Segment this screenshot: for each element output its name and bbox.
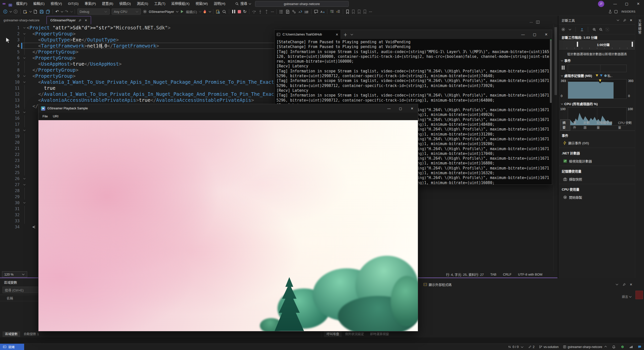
fold-chevron-icon[interactable] bbox=[22, 31, 27, 37]
feature-search-input[interactable]: gstreamer-sharp-netcore bbox=[255, 1, 349, 7]
toggle-comment-button[interactable] bbox=[313, 8, 319, 15]
timeline-marker[interactable] bbox=[577, 42, 578, 47]
continue-label[interactable]: 繼續(C) bbox=[186, 9, 197, 14]
toolbar-overflow-button[interactable]: ⋯ bbox=[368, 8, 373, 15]
terminal-minimize-button[interactable]: — bbox=[517, 31, 529, 38]
format-document-button[interactable] bbox=[329, 8, 335, 15]
menu-item-d[interactable]: 偵錯(D) bbox=[116, 0, 134, 8]
navigate-back-button[interactable] bbox=[2, 8, 8, 15]
rename-button[interactable]: A bbox=[319, 8, 325, 15]
step-out-button[interactable] bbox=[264, 8, 269, 15]
menu-item-h[interactable]: 說明(H) bbox=[211, 0, 228, 8]
encoding-label[interactable]: UTF-8 with BOM bbox=[518, 273, 542, 276]
stop-debugging-button[interactable] bbox=[237, 8, 242, 15]
fold-chevron-icon[interactable] bbox=[22, 25, 27, 31]
new-file-button[interactable] bbox=[32, 8, 38, 15]
player-close-button[interactable]: ✕ bbox=[406, 104, 418, 113]
startup-project-gear-icon[interactable] bbox=[142, 8, 148, 15]
diag-tab-摘要[interactable]: 摘要 bbox=[560, 119, 570, 130]
player-maximize-button[interactable]: ▢ bbox=[395, 104, 406, 113]
bottom-tab-例外狀況設定[interactable]: 例外狀況設定 bbox=[343, 331, 367, 337]
dropdown-chevron-icon[interactable] bbox=[61, 10, 63, 13]
debug-overflow-button[interactable]: ⋯ bbox=[270, 8, 275, 15]
diag-pin-icon[interactable] bbox=[623, 18, 627, 22]
editor-scrollbar[interactable] bbox=[553, 24, 557, 271]
restart-button[interactable]: ↻ bbox=[242, 8, 247, 15]
search-chevron-icon[interactable] bbox=[249, 2, 251, 5]
terminal-tab[interactable]: C:\Users\James Tsai\GitHub ✕ bbox=[274, 30, 340, 39]
terminal-tab-close-icon[interactable]: ✕ bbox=[336, 33, 338, 36]
fold-chevron-icon[interactable] bbox=[22, 176, 27, 182]
tab-close-icon[interactable]: ✕ bbox=[85, 19, 87, 22]
events-track[interactable] bbox=[568, 65, 627, 72]
fold-chevron-icon[interactable] bbox=[22, 109, 27, 115]
diag-tab-事件[interactable]: 事件 bbox=[571, 119, 581, 130]
memory-section-header[interactable]: 處理序記憶體 (MB) 私.. bbox=[561, 73, 633, 78]
player-title-bar[interactable]: GStreamer Playback Sample — ▢ ✕ bbox=[38, 104, 418, 113]
next-bookmark-button[interactable] bbox=[356, 8, 362, 15]
dropdown-chevron-icon[interactable] bbox=[104, 10, 107, 13]
platform-dropdown[interactable]: Any CPU bbox=[112, 9, 141, 15]
startup-project-label[interactable]: GStreamerPlayer bbox=[149, 10, 174, 14]
step-over-button[interactable] bbox=[251, 8, 257, 15]
diag-tab-計數器[interactable]: 計數器 bbox=[581, 119, 594, 130]
timeline-marker[interactable] bbox=[632, 42, 633, 47]
bottom-tab-自動變數 1[interactable]: 自動變數 1 bbox=[21, 331, 41, 337]
video-frame[interactable] bbox=[38, 120, 418, 331]
player-menu-uri[interactable]: URI bbox=[50, 114, 61, 118]
tab-gstreamerplayer[interactable]: GStreamerPlayer✕ bbox=[47, 16, 91, 24]
terminal-dropdown-icon[interactable] bbox=[351, 33, 353, 35]
diag-tab-CPU 使用量[interactable]: CPU 使用量 bbox=[616, 119, 635, 130]
cpu-section-header[interactable]: CPU (所有處理器的 %) bbox=[561, 101, 598, 106]
panel-pin-icon[interactable] bbox=[622, 282, 626, 286]
git-branch-status[interactable]: vs-solution bbox=[539, 345, 559, 349]
line-ending-label[interactable]: CRLF bbox=[503, 273, 511, 276]
step-into-button[interactable] bbox=[257, 8, 263, 15]
terminal-title-bar[interactable]: C:\Users\James Tsai\GitHub ✕ ＋ — ▢ ✕ bbox=[274, 30, 552, 39]
undo-button[interactable]: ↶ bbox=[55, 8, 60, 15]
diag-settings-gear-icon[interactable] bbox=[561, 27, 565, 31]
fold-chevron-icon[interactable] bbox=[22, 55, 27, 61]
menu-item-p[interactable]: 專案(P) bbox=[82, 0, 99, 8]
diag-zoom-in-icon[interactable] bbox=[592, 27, 596, 31]
prev-bookmark-button[interactable] bbox=[351, 8, 356, 15]
tab-pin-icon[interactable] bbox=[78, 18, 82, 22]
search-menu-label[interactable]: 搜尋 bbox=[239, 0, 248, 8]
language-filter-label[interactable]: 語言 bbox=[622, 294, 628, 299]
take-snapshot-link[interactable]: 擷取快照 bbox=[563, 177, 582, 182]
save-all-button[interactable] bbox=[45, 8, 51, 15]
diag-chevron-icon[interactable] bbox=[617, 19, 619, 21]
show-external-code-button[interactable]: 顯示外部程式碼 bbox=[423, 282, 452, 287]
menu-item-f[interactable]: 檔案(F) bbox=[13, 0, 30, 8]
dropdown-chevron-icon[interactable] bbox=[199, 10, 202, 13]
continue-button[interactable] bbox=[179, 8, 185, 15]
fold-chevron-icon[interactable] bbox=[22, 79, 27, 85]
toggle-bookmark-button[interactable] bbox=[345, 8, 350, 15]
notifications-bell-icon[interactable] bbox=[612, 345, 616, 349]
dropdown-chevron-icon[interactable] bbox=[10, 10, 12, 13]
navigate-symbol-button[interactable]: [@] bbox=[304, 8, 309, 15]
diag-zoom-out-icon[interactable] bbox=[599, 27, 603, 31]
gstreamer-playback-window[interactable]: GStreamer Playback Sample — ▢ ✕ File URI bbox=[38, 104, 418, 331]
solution-explorer-vertical-tab[interactable]: 方案總管 bbox=[637, 19, 642, 34]
terminal-scrollbar[interactable] bbox=[550, 40, 552, 184]
menu-item-v[interactable]: 檢視(V) bbox=[48, 0, 65, 8]
find-in-files-button[interactable] bbox=[215, 8, 221, 15]
window-close-button[interactable]: ✕ bbox=[632, 0, 644, 8]
git-repo-status[interactable]: gstreamer-sharp-netcore bbox=[563, 345, 607, 349]
bottom-tab-呼叫堆疊[interactable]: 呼叫堆疊 bbox=[324, 331, 342, 337]
navigate-forward-button[interactable] bbox=[13, 8, 19, 15]
menu-item-e[interactable]: 編輯(E) bbox=[30, 0, 48, 8]
dropdown-chevron-icon[interactable] bbox=[70, 10, 73, 13]
editor-zoom-select[interactable]: 120 % bbox=[2, 271, 27, 277]
tab-overflow-button[interactable]: ⋯ bbox=[530, 20, 533, 24]
fold-chevron-icon[interactable] bbox=[22, 182, 27, 188]
dropdown-chevron-icon[interactable] bbox=[136, 10, 138, 13]
terminal-maximize-button[interactable]: ▢ bbox=[529, 31, 540, 38]
configuration-dropdown[interactable]: Debug bbox=[77, 9, 110, 15]
menu-item-s[interactable]: 測試(S) bbox=[134, 0, 151, 8]
view-counters-link[interactable]: 檢視效能計數器 bbox=[563, 159, 592, 163]
window-minimize-button[interactable]: — bbox=[609, 0, 621, 8]
panel-chevron-icon[interactable] bbox=[616, 283, 618, 285]
git-sync-status[interactable]: 0 / 0 bbox=[508, 345, 524, 349]
